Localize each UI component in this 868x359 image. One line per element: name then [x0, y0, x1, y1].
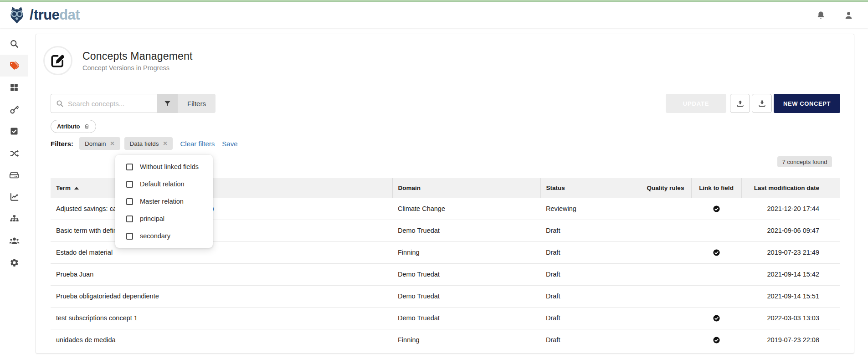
sidebar-item-dashboards[interactable] — [0, 77, 28, 98]
cell-domain: Demo Truedat — [392, 307, 540, 329]
dropdown-option-label: Master relation — [140, 198, 184, 205]
sidebar-item-search[interactable] — [0, 33, 28, 55]
checkbox-icon[interactable] — [126, 181, 133, 188]
trash-icon[interactable] — [84, 123, 90, 129]
table-row[interactable]: test subscriptions concept 1 Demo Trueda… — [51, 307, 840, 329]
cell-status: Draft — [540, 241, 640, 263]
dropdown-option-label: principal — [140, 215, 164, 222]
cell-link-to-field — [691, 241, 741, 263]
table-row[interactable]: Prueba Juan Demo Truedat Draft 2021-09-1… — [51, 263, 840, 285]
column-header[interactable]: Quality rules — [640, 178, 691, 198]
sidebar-item-lineage[interactable] — [0, 142, 28, 164]
new-concept-button[interactable]: NEW CONCEPT — [774, 94, 840, 113]
upload-button[interactable] — [730, 94, 750, 113]
sidebar-item-rules[interactable] — [0, 120, 28, 142]
filters-button[interactable]: Filters — [178, 94, 216, 113]
sidebar-item-glossary[interactable] — [0, 55, 28, 77]
dropdown-option[interactable]: principal — [115, 210, 213, 227]
owl-logo-icon — [7, 5, 26, 25]
filter-funnel-button[interactable] — [157, 94, 178, 113]
check-square-icon — [10, 127, 19, 136]
cell-quality-rules — [640, 241, 691, 263]
save-filters-link[interactable]: Save — [222, 140, 237, 148]
column-header[interactable]: Domain — [392, 178, 540, 198]
cell-term[interactable]: Estado del material — [51, 241, 392, 263]
dropdown-option-label: Default relation — [140, 180, 185, 188]
cell-domain: Finning — [392, 241, 540, 263]
page-icon-circle — [43, 46, 72, 75]
dropdown-option[interactable]: Default relation — [115, 175, 213, 193]
template-chip-atributo[interactable]: Atributo — [51, 120, 96, 133]
cell-status: Draft — [540, 307, 640, 329]
dropdown-option-label: secondary — [140, 232, 170, 240]
cell-quality-rules — [640, 329, 691, 351]
filter-chip[interactable]: Domain ✕ — [79, 137, 120, 150]
checkbox-icon[interactable] — [126, 164, 133, 170]
update-button[interactable]: UPDATE — [666, 94, 726, 113]
check-circle-icon — [713, 205, 720, 212]
cell-link-to-field — [691, 285, 741, 307]
column-header[interactable]: Term — [51, 178, 392, 198]
sidebar-item-structures[interactable] — [0, 208, 28, 230]
filter-chip[interactable]: Data fields ✕ — [124, 137, 173, 150]
cell-last-modification: 2021-09-14 15:42 — [741, 263, 840, 285]
dropdown-option[interactable]: secondary — [115, 227, 213, 245]
bell-icon[interactable] — [816, 10, 826, 20]
remove-filter-icon[interactable]: ✕ — [110, 140, 115, 147]
sidebar-item-settings[interactable] — [0, 251, 28, 273]
cell-term[interactable]: Prueba Juan — [51, 263, 392, 285]
remove-filter-icon[interactable]: ✕ — [163, 140, 167, 147]
table-row[interactable]: Prueba obligatoriedad dependiente Demo T… — [51, 285, 840, 307]
truedat-logo[interactable]: /truedat — [7, 5, 80, 25]
key-icon — [10, 105, 19, 114]
page-subtitle: Concept Versions in Progress — [82, 64, 193, 72]
table-row[interactable]: unidades de medida Finning Draft 2019-07… — [51, 329, 840, 351]
checkbox-icon[interactable] — [126, 198, 133, 205]
results-count-badge: 7 concepts found — [777, 156, 832, 167]
cell-last-modification: 2021-09-06 09:47 — [741, 220, 840, 241]
cell-term[interactable]: unidades de medida — [51, 329, 392, 351]
cell-term[interactable]: Basic term with definition — [51, 220, 392, 241]
funnel-icon — [164, 100, 171, 108]
sidebar-item-analytics[interactable] — [0, 186, 28, 208]
cell-term[interactable]: Prueba obligatoriedad dependiente — [51, 285, 392, 307]
search-icon — [10, 39, 19, 49]
cell-domain: Climate Change — [392, 198, 540, 220]
cell-last-modification: 2022-03-03 13:03 — [741, 307, 840, 329]
checkbox-icon[interactable] — [126, 215, 133, 222]
sidebar-item-users[interactable] — [0, 230, 28, 251]
sort-asc-icon — [74, 187, 79, 190]
sidebar-item-permissions[interactable] — [0, 98, 28, 120]
cell-term[interactable]: test subscriptions concept 1 — [51, 307, 392, 329]
cell-term[interactable]: Adjusted savings: carbon dioxide damage … — [51, 198, 392, 220]
download-button[interactable] — [752, 94, 772, 113]
cell-domain: Demo Truedat — [392, 220, 540, 241]
upload-icon — [736, 99, 745, 108]
sidebar-item-data-sources[interactable] — [0, 164, 28, 186]
dropdown-option[interactable]: Without linked fields — [115, 158, 213, 175]
check-circle-icon — [713, 336, 720, 343]
grid-icon — [10, 83, 19, 92]
clear-filters-link[interactable]: Clear filters — [180, 140, 215, 148]
cell-quality-rules — [640, 307, 691, 329]
cell-domain: Demo Truedat — [392, 285, 540, 307]
column-header[interactable]: Link to field — [691, 178, 741, 198]
cell-domain: Finning — [392, 329, 540, 351]
environment-top-line — [0, 0, 868, 2]
filter-chip-label: Domain — [85, 140, 106, 147]
cell-status: Draft — [540, 220, 640, 241]
download-icon — [758, 99, 766, 108]
column-header[interactable]: Last modification date — [741, 178, 840, 198]
cell-quality-rules — [640, 285, 691, 307]
checkbox-icon[interactable] — [126, 233, 133, 240]
column-header[interactable]: Status — [540, 178, 640, 198]
user-icon[interactable] — [844, 10, 853, 20]
dropdown-option[interactable]: Master relation — [115, 193, 213, 210]
sitemap-icon — [10, 214, 19, 224]
search-box — [51, 94, 157, 113]
cell-link-to-field — [691, 263, 741, 285]
cell-link-to-field — [691, 220, 741, 241]
cell-link-to-field — [691, 329, 741, 351]
search-input[interactable] — [68, 100, 152, 108]
top-bar: /truedat — [0, 2, 868, 28]
